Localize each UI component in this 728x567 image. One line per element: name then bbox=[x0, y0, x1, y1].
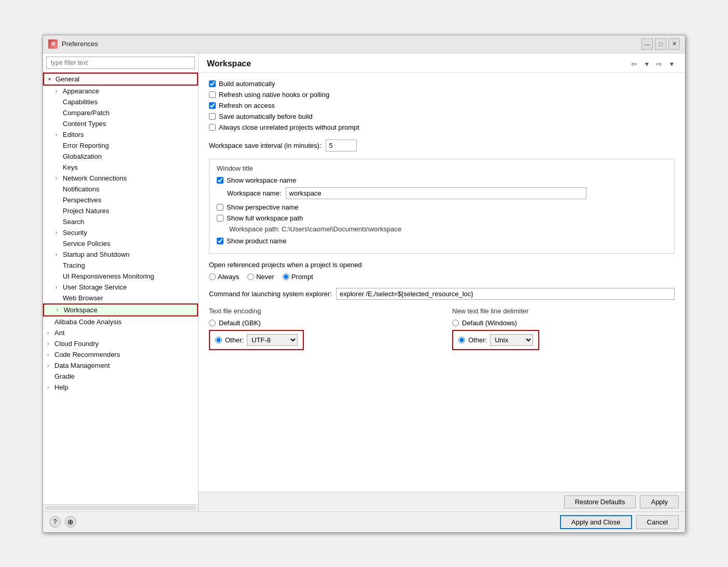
forward-dropdown-button[interactable]: ▾ bbox=[666, 59, 677, 69]
encoding-select[interactable]: UTF-8 UTF-16 ISO-8859-1 US-ASCII bbox=[247, 334, 298, 346]
sidebar-item-ui-responsiveness[interactable]: UI Responsiveness Monitoring bbox=[43, 271, 198, 282]
title-bar-left: ⚙ Preferences bbox=[48, 39, 98, 49]
show-workspace-name-checkbox[interactable] bbox=[217, 177, 223, 184]
sidebar-label-capabilities: Capabilities bbox=[63, 98, 97, 106]
panel-title: Workspace bbox=[207, 59, 251, 68]
never-radio[interactable] bbox=[247, 273, 254, 280]
save-before-build-label[interactable]: Save automatically before build bbox=[219, 113, 313, 120]
sidebar-item-general[interactable]: ▾ General bbox=[43, 73, 198, 86]
sidebar-item-network-connections[interactable]: › Network Connections bbox=[43, 173, 198, 184]
sidebar-label-notifications: Notifications bbox=[63, 185, 100, 193]
sidebar-item-gradle[interactable]: Gradle bbox=[43, 371, 198, 382]
sidebar-item-workspace[interactable]: › Workspace bbox=[43, 303, 198, 316]
minimize-button[interactable]: — bbox=[641, 38, 653, 50]
workspace-name-input[interactable] bbox=[286, 187, 586, 199]
sidebar-item-user-storage[interactable]: › User Storage Service bbox=[43, 282, 198, 293]
filter-input[interactable] bbox=[46, 57, 195, 69]
sidebar-item-tracing[interactable]: Tracing bbox=[43, 260, 198, 271]
sidebar-item-code-recommenders[interactable]: › Code Recommenders bbox=[43, 349, 198, 360]
sidebar-item-alibaba[interactable]: Alibaba Code Analysis bbox=[43, 316, 198, 327]
sidebar-item-editors[interactable]: › Editors bbox=[43, 129, 198, 140]
show-product-checkbox[interactable] bbox=[217, 238, 223, 244]
sidebar-item-globalization[interactable]: Globalization bbox=[43, 151, 198, 162]
sidebar-item-startup[interactable]: › Startup and Shutdown bbox=[43, 249, 198, 260]
always-radio[interactable] bbox=[209, 273, 216, 280]
maximize-button[interactable]: □ bbox=[655, 38, 666, 50]
sidebar-item-data-management[interactable]: › Data Management bbox=[43, 360, 198, 371]
sidebar-item-notifications[interactable]: Notifications bbox=[43, 184, 198, 195]
cancel-button[interactable]: Cancel bbox=[636, 515, 679, 529]
show-workspace-name-row: Show workspace name bbox=[217, 176, 667, 184]
show-perspective-checkbox[interactable] bbox=[217, 204, 223, 211]
info-button[interactable]: ⊕ bbox=[65, 516, 76, 528]
sidebar-label-user-storage: User Storage Service bbox=[63, 283, 127, 291]
close-button[interactable]: ✕ bbox=[668, 38, 680, 50]
delimiter-default-label[interactable]: Default (Windows) bbox=[462, 319, 517, 327]
save-before-build-row: Save automatically before build bbox=[209, 113, 675, 120]
sidebar-item-compare-patch[interactable]: Compare/Patch bbox=[43, 107, 198, 118]
sidebar-item-help[interactable]: › Help bbox=[43, 382, 198, 393]
always-close-label[interactable]: Always close unrelated projects without … bbox=[219, 123, 359, 131]
sidebar-item-keys[interactable]: Keys bbox=[43, 162, 198, 173]
sidebar-item-project-natures[interactable]: Project Natures bbox=[43, 205, 198, 216]
show-full-path-label[interactable]: Show full workspace path bbox=[227, 214, 303, 222]
sidebar-item-perspectives[interactable]: Perspectives bbox=[43, 195, 198, 205]
encoding-other-label[interactable]: Other: bbox=[225, 336, 244, 344]
title-bar: ⚙ Preferences — □ ✕ bbox=[43, 35, 685, 53]
panel-body: Build automatically Refresh using native… bbox=[199, 73, 685, 492]
sidebar-label-startup: Startup and Shutdown bbox=[63, 251, 130, 258]
apply-and-close-button[interactable]: Apply and Close bbox=[560, 515, 632, 529]
save-interval-input[interactable] bbox=[326, 140, 357, 151]
sidebar-item-content-types[interactable]: Content Types bbox=[43, 118, 198, 129]
show-workspace-name-label[interactable]: Show workspace name bbox=[227, 176, 296, 184]
encoding-other-radio[interactable] bbox=[215, 337, 222, 343]
build-automatically-checkbox[interactable] bbox=[209, 80, 216, 87]
sidebar-label-general: General bbox=[55, 75, 79, 83]
save-before-build-checkbox[interactable] bbox=[209, 113, 216, 120]
refresh-access-checkbox[interactable] bbox=[209, 102, 216, 109]
sidebar-item-security[interactable]: › Security bbox=[43, 227, 198, 238]
build-automatically-label[interactable]: Build automatically bbox=[219, 80, 275, 88]
sidebar-item-search[interactable]: Search bbox=[43, 216, 198, 227]
checkboxes-section: Build automatically Refresh using native… bbox=[209, 80, 675, 131]
delimiter-other-radio[interactable] bbox=[458, 337, 465, 343]
delimiter-select[interactable]: Unix Windows Mac bbox=[490, 334, 533, 346]
command-input[interactable] bbox=[336, 288, 675, 300]
show-perspective-label[interactable]: Show perspective name bbox=[227, 203, 299, 211]
delimiter-default-radio[interactable] bbox=[452, 320, 459, 326]
back-dropdown-button[interactable]: ▾ bbox=[641, 59, 652, 69]
arrow-ant: › bbox=[47, 330, 52, 336]
prompt-radio[interactable] bbox=[283, 273, 289, 280]
build-automatically-row: Build automatically bbox=[209, 80, 675, 88]
sidebar-item-appearance[interactable]: › Appearance bbox=[43, 86, 198, 96]
app-icon: ⚙ bbox=[48, 39, 58, 49]
encoding-default-label[interactable]: Default (GBK) bbox=[219, 319, 261, 327]
sidebar-item-ant[interactable]: › Ant bbox=[43, 327, 198, 338]
delimiter-other-box: Other: Unix Windows Mac bbox=[452, 330, 539, 350]
apply-button[interactable]: Apply bbox=[640, 495, 679, 508]
help-button[interactable]: ? bbox=[49, 516, 61, 528]
sidebar-item-capabilities[interactable]: Capabilities bbox=[43, 96, 198, 107]
arrow-code: › bbox=[47, 352, 52, 357]
back-button[interactable]: ⇦ bbox=[629, 59, 639, 69]
delimiter-other-label[interactable]: Other: bbox=[468, 336, 487, 344]
sidebar-label-network: Network Connections bbox=[63, 174, 127, 182]
show-full-path-checkbox[interactable] bbox=[217, 215, 223, 222]
restore-defaults-button[interactable]: Restore Defaults bbox=[564, 495, 636, 508]
sidebar-item-error-reporting[interactable]: Error Reporting bbox=[43, 140, 198, 151]
sidebar-item-cloud-foundry[interactable]: › Cloud Foundry bbox=[43, 338, 198, 349]
refresh-native-label[interactable]: Refresh using native hooks or polling bbox=[219, 91, 329, 99]
sidebar-item-service-policies[interactable]: Service Policies bbox=[43, 238, 198, 249]
forward-button[interactable]: ⇨ bbox=[654, 59, 664, 69]
horizontal-scrollbar[interactable] bbox=[45, 506, 196, 510]
workspace-name-row: Workspace name: bbox=[227, 187, 667, 199]
always-close-checkbox[interactable] bbox=[209, 124, 216, 131]
refresh-access-label[interactable]: Refresh on access bbox=[219, 102, 275, 109]
encoding-other-box: Other: UTF-8 UTF-16 ISO-8859-1 US-ASCII bbox=[209, 330, 304, 350]
sidebar-label-content-types: Content Types bbox=[63, 120, 106, 128]
arrow-data: › bbox=[47, 363, 52, 368]
encoding-default-radio[interactable] bbox=[209, 320, 216, 326]
sidebar-item-web-browser[interactable]: Web Browser bbox=[43, 293, 198, 303]
show-product-label[interactable]: Show product name bbox=[227, 237, 287, 245]
refresh-native-checkbox[interactable] bbox=[209, 91, 216, 98]
